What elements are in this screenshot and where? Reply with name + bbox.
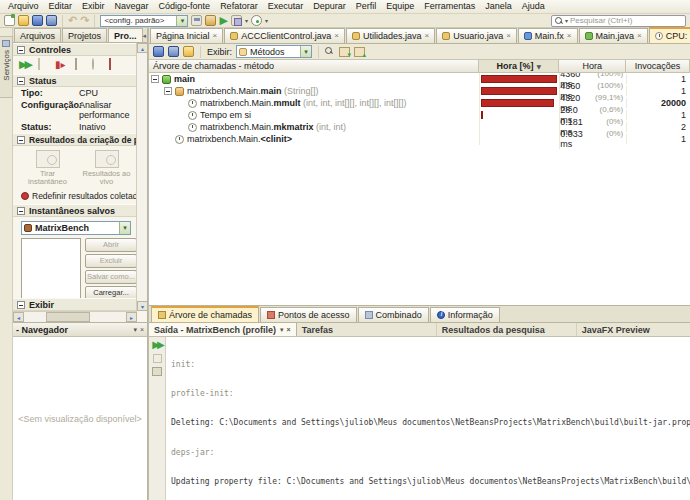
debug-icon[interactable] [231, 15, 242, 26]
expand-all-icon[interactable] [354, 47, 365, 57]
tree-row-clinit[interactable]: matrixbench.Main.<clinit> 0.033 ms(0%) 1 [149, 133, 690, 145]
tab-informacao[interactable]: Informação [430, 307, 500, 322]
search-input[interactable] [570, 16, 680, 25]
close-icon[interactable]: × [140, 326, 144, 334]
collapse-icon[interactable] [17, 301, 25, 309]
view-combobox[interactable]: Métodos ▾ [236, 45, 312, 58]
tab-main-fx[interactable]: Main.fx× [518, 28, 578, 43]
collapse-icon[interactable] [17, 46, 25, 54]
column-hora[interactable]: Hora [559, 60, 626, 72]
detach-icon[interactable]: ▮▸ [55, 59, 67, 71]
take-snapshot-button[interactable]: Tirar instantâneo [21, 150, 74, 186]
minimize-icon[interactable]: ▾ [133, 326, 137, 334]
collapse-all-icon[interactable] [339, 47, 350, 57]
clean-build-icon[interactable] [205, 15, 216, 26]
collapse-icon[interactable] [17, 136, 25, 144]
reset-results-icon[interactable] [75, 58, 77, 70]
open-snapshot-button[interactable]: Abrir [85, 238, 137, 252]
tab-accclientcontrol[interactable]: ACCClientControl.java× [224, 28, 345, 43]
scroll-up-icon[interactable]: ▴ [137, 43, 148, 53]
undo-icon[interactable]: ↶ [68, 15, 77, 26]
tab-profiler[interactable]: Pro... [108, 28, 143, 42]
tab-arquivos[interactable]: Arquivos [14, 28, 61, 42]
tab-resultados-pesquisa[interactable]: Resultados da pesquisa [437, 323, 577, 336]
horizontal-scrollbar[interactable]: ◂ ▸ [13, 311, 137, 322]
snapshots-list[interactable] [21, 238, 81, 306]
menu-janela[interactable]: Janela [480, 0, 517, 13]
output-settings-icon[interactable] [152, 367, 162, 376]
menu-arquivo[interactable]: Arquivo [3, 0, 44, 13]
tab-utilidades[interactable]: Utilidades.java× [346, 28, 435, 43]
delete-snapshot-button[interactable]: Excluir [85, 254, 137, 268]
rerun-profiling-icon[interactable]: ▶▶ [19, 59, 31, 71]
minimize-icon[interactable]: ▾ [280, 326, 284, 334]
expand-toggle[interactable] [164, 87, 172, 95]
scroll-right-icon[interactable]: ▸ [126, 312, 137, 322]
close-icon[interactable]: × [334, 32, 339, 40]
live-results-button[interactable]: Resultados ao vivo [80, 150, 133, 186]
profile-dropdown-icon[interactable]: ▾ [265, 17, 268, 24]
menu-equipe[interactable]: Equipe [381, 0, 419, 13]
export-snapshot-icon[interactable] [183, 46, 194, 57]
close-icon[interactable]: × [506, 32, 511, 40]
run-icon[interactable]: ▶ [219, 15, 227, 26]
debug-dropdown-icon[interactable]: ▾ [245, 17, 248, 24]
tab-saida[interactable]: Saída - MatrixBench (profile) ▾ × [149, 323, 297, 336]
menu-refatorar[interactable]: Refatorar [215, 0, 263, 13]
save-as-button[interactable]: Salvar como... [85, 270, 137, 284]
profile-icon[interactable] [251, 15, 262, 26]
save-snapshot-icon[interactable] [153, 46, 164, 57]
new-file-icon[interactable] [4, 15, 15, 26]
tab-usuario[interactable]: Usuario.java× [436, 28, 517, 43]
open-project-icon[interactable] [18, 15, 29, 26]
column-method[interactable]: Árvore de chamadas - método [149, 60, 479, 72]
vertical-scrollbar[interactable]: ▴ ▾ [136, 43, 147, 311]
navigator-titlebar[interactable]: - Navegador ▾ × [13, 323, 147, 337]
stop-icon[interactable] [153, 354, 162, 363]
tab-pagina-inicial[interactable]: Página Inicial× [150, 28, 223, 43]
run-gc-icon[interactable] [92, 58, 94, 70]
reset-results-link[interactable]: Redefinir resultados coletados [13, 187, 147, 204]
menu-perfil[interactable]: Perfil [351, 0, 382, 13]
tab-arvore-de-chamadas[interactable]: Árvore de chamadas [151, 306, 259, 322]
close-icon[interactable]: × [424, 32, 429, 40]
scroll-left-icon[interactable]: ◂ [13, 312, 24, 322]
quick-search[interactable]: ▾ [551, 15, 686, 27]
column-hora-pct[interactable]: Hora [%] ▼ [479, 60, 559, 72]
tab-tarefas[interactable]: Tarefas [297, 323, 437, 336]
save-all-icon[interactable] [32, 15, 43, 26]
stop-icon[interactable] [38, 58, 40, 70]
config-combobox[interactable]: <config. padrão> ▾ [100, 15, 188, 27]
tab-scroll-left-icon[interactable]: ◂ [143, 32, 147, 40]
expand-toggle[interactable] [151, 75, 159, 83]
menu-ajuda[interactable]: Ajuda [517, 0, 550, 13]
collapse-icon[interactable] [17, 77, 25, 85]
redo-icon[interactable]: ↷ [80, 15, 89, 26]
collapse-icon[interactable] [17, 207, 25, 215]
tab-pontos-de-acesso[interactable]: Pontos de acesso [260, 307, 357, 322]
tab-combinado[interactable]: Combinado [358, 307, 429, 322]
scrollbar-thumb[interactable] [46, 312, 90, 322]
menu-editar[interactable]: Editar [44, 0, 78, 13]
close-icon[interactable]: × [213, 32, 218, 40]
tab-cpu-snapshot[interactable]: CPU: 11:16:28 AM *× [649, 27, 690, 43]
vm-telemetry-icon[interactable] [109, 58, 111, 70]
save-snapshot-as-icon[interactable] [168, 46, 179, 57]
close-icon[interactable]: × [567, 32, 572, 40]
menu-depurar[interactable]: Depurar [308, 0, 351, 13]
build-icon[interactable] [191, 15, 202, 26]
scroll-down-icon[interactable]: ▾ [137, 301, 148, 311]
menu-navegar[interactable]: Navegar [110, 0, 154, 13]
menu-executar[interactable]: Executar [263, 0, 309, 13]
sidebar-tab-servicos[interactable]: Serviços [0, 36, 13, 98]
save-icon[interactable] [46, 15, 57, 26]
tab-javafx-preview[interactable]: JavaFX Preview [577, 323, 690, 336]
column-invocacoes[interactable]: Invocações [626, 60, 690, 72]
menu-ferramentas[interactable]: Ferramentas [419, 0, 480, 13]
close-icon[interactable]: × [287, 326, 291, 334]
tab-projetos[interactable]: Projetos [62, 28, 107, 42]
menu-codigo-fonte[interactable]: Código-fonte [154, 0, 216, 13]
find-in-results-icon[interactable] [325, 47, 335, 57]
search-scope-icon[interactable]: ▾ [565, 17, 568, 24]
tab-main-java[interactable]: Main.java× [579, 28, 648, 43]
